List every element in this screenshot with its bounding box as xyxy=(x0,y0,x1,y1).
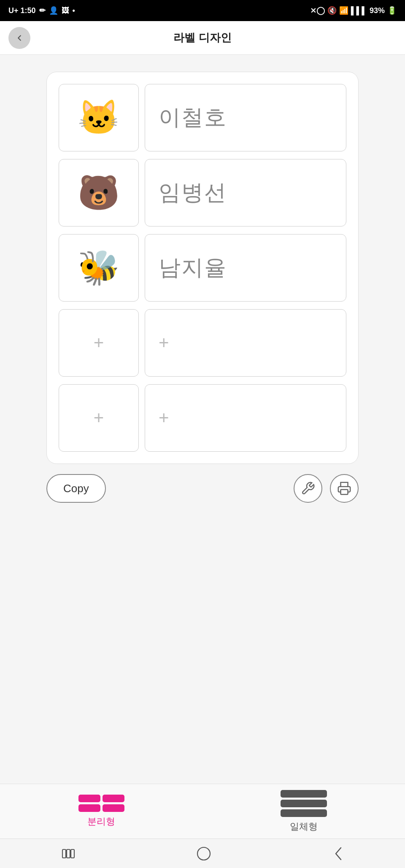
icon-btn-group xyxy=(294,474,359,503)
unified-tab-icon xyxy=(281,790,327,817)
svg-rect-3 xyxy=(71,849,74,858)
menu-icon xyxy=(61,848,75,860)
plus-icon-5: + xyxy=(94,408,104,428)
back-nav-icon xyxy=(332,846,344,861)
name-label-1: 이철호 xyxy=(159,103,227,132)
tab-split-label: 분리형 xyxy=(87,815,115,828)
status-left: U+ 1:50 ✏ 👤 🖼 • xyxy=(8,6,75,15)
battery-text: 93% xyxy=(370,6,385,15)
tab-bar: 분리형 일체형 xyxy=(0,784,405,838)
dot-icon: • xyxy=(73,6,75,15)
label-row: 🐱 이철호 xyxy=(59,84,346,151)
name-text-cell-2[interactable]: 임병선 xyxy=(145,159,346,226)
bee-emoji: 🐝 xyxy=(78,251,120,285)
svg-rect-0 xyxy=(341,490,348,494)
action-bar: Copy xyxy=(46,464,359,507)
label-row: 🐻 임병선 xyxy=(59,159,346,226)
name-text-cell-1[interactable]: 이철호 xyxy=(145,84,346,151)
add-text-cell-5[interactable]: + xyxy=(145,384,346,452)
back-nav-button[interactable] xyxy=(332,846,344,861)
tab-unified-label: 일체형 xyxy=(290,820,318,833)
phone-icon: ✏ xyxy=(39,6,46,15)
bear-emoji: 🐻 xyxy=(78,176,120,210)
wifi-icon: 📶 xyxy=(339,6,348,15)
label-row: + + xyxy=(59,309,346,377)
main-content: 🐱 이철호 🐻 임병선 🐝 남지율 xyxy=(0,55,405,784)
svg-rect-2 xyxy=(67,849,70,858)
label-row: 🐝 남지율 xyxy=(59,234,346,302)
plus-text-5: + xyxy=(159,408,170,428)
alert-icon: 👤 xyxy=(49,6,58,15)
home-icon xyxy=(196,846,211,861)
carrier-text: U+ 1:50 xyxy=(8,6,36,15)
svg-rect-1 xyxy=(62,849,66,858)
name-text-cell-3[interactable]: 남지율 xyxy=(145,234,346,302)
add-text-cell-4[interactable]: + xyxy=(145,309,346,377)
tab-unified[interactable]: 일체형 xyxy=(202,784,405,838)
name-label-3: 남지율 xyxy=(159,253,227,283)
battery-icon: 🔋 xyxy=(387,6,397,15)
signal-icon: ▌▌▌ xyxy=(351,6,367,15)
settings-button[interactable] xyxy=(294,474,322,503)
split-tab-icon xyxy=(78,795,124,812)
tab-split[interactable]: 분리형 xyxy=(0,784,202,838)
mute-icon: 🔇 xyxy=(327,6,337,15)
wrench-icon xyxy=(301,481,315,496)
copy-button[interactable]: Copy xyxy=(46,474,106,503)
bluetooth-icon: ⨯◯ xyxy=(310,6,325,15)
label-card: 🐱 이철호 🐻 임병선 🐝 남지율 xyxy=(46,72,359,464)
back-button[interactable] xyxy=(8,27,30,49)
animal-icon-cell-2[interactable]: 🐻 xyxy=(59,159,139,226)
svg-point-4 xyxy=(197,847,210,860)
plus-text-4: + xyxy=(159,333,170,353)
image-icon: 🖼 xyxy=(62,6,69,15)
status-right: ⨯◯ 🔇 📶 ▌▌▌ 93% 🔋 xyxy=(310,6,397,15)
page-title: 라벨 디자인 xyxy=(30,30,375,45)
print-icon xyxy=(337,481,351,496)
menu-nav-button[interactable] xyxy=(61,848,75,860)
home-nav-button[interactable] xyxy=(196,846,211,861)
add-icon-cell-4[interactable]: + xyxy=(59,309,139,377)
label-row: + + xyxy=(59,384,346,452)
add-icon-cell-5[interactable]: + xyxy=(59,384,139,452)
animal-icon-cell-3[interactable]: 🐝 xyxy=(59,234,139,302)
print-button[interactable] xyxy=(330,474,359,503)
cat-emoji: 🐱 xyxy=(78,101,120,135)
animal-icon-cell-1[interactable]: 🐱 xyxy=(59,84,139,151)
header: 라벨 디자인 xyxy=(0,21,405,55)
name-label-2: 임병선 xyxy=(159,178,227,208)
plus-icon-4: + xyxy=(94,333,104,353)
status-bar: U+ 1:50 ✏ 👤 🖼 • ⨯◯ 🔇 📶 ▌▌▌ 93% 🔋 xyxy=(0,0,405,21)
nav-bar xyxy=(0,838,405,868)
